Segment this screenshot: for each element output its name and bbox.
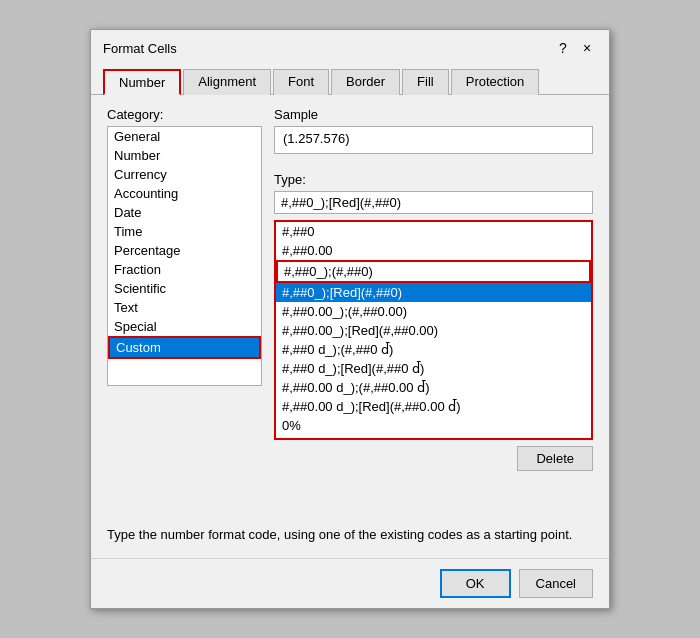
tab-bar: Number Alignment Font Border Fill Protec… <box>91 62 609 95</box>
category-item-percentage[interactable]: Percentage <box>108 241 261 260</box>
category-item-general[interactable]: General <box>108 127 261 146</box>
category-listbox[interactable]: General Number Currency Accounting Date … <box>107 126 262 386</box>
tab-border[interactable]: Border <box>331 69 400 95</box>
format-listbox[interactable]: #,##0 #,##0.00 #,##0_);(#,##0) #,##0_);[… <box>274 220 593 440</box>
description-text: Type the number format code, using one o… <box>107 527 593 542</box>
title-bar: Format Cells ? × <box>91 30 609 58</box>
sample-value: (1.257.576) <box>274 126 593 154</box>
format-item-3[interactable]: #,##0_);[Red](#,##0) <box>276 283 591 302</box>
format-item-1[interactable]: #,##0.00 <box>276 241 591 260</box>
format-item-10[interactable]: 0% <box>276 416 591 435</box>
tab-number[interactable]: Number <box>103 69 181 95</box>
category-item-fraction[interactable]: Fraction <box>108 260 261 279</box>
sample-section: Sample (1.257.576) <box>274 107 593 154</box>
category-item-number[interactable]: Number <box>108 146 261 165</box>
format-item-0[interactable]: #,##0 <box>276 222 591 241</box>
category-item-scientific[interactable]: Scientific <box>108 279 261 298</box>
tab-fill[interactable]: Fill <box>402 69 449 95</box>
category-section: Category: General Number Currency Accoun… <box>107 107 262 513</box>
close-button[interactable]: × <box>577 38 597 58</box>
format-item-2[interactable]: #,##0_);(#,##0) <box>276 260 591 283</box>
type-input[interactable] <box>274 191 593 214</box>
right-panel: Sample (1.257.576) Type: #,##0 #,##0.00 … <box>274 107 593 513</box>
category-item-currency[interactable]: Currency <box>108 165 261 184</box>
cancel-button[interactable]: Cancel <box>519 569 593 598</box>
category-item-time[interactable]: Time <box>108 222 261 241</box>
format-item-4[interactable]: #,##0.00_);(#,##0.00) <box>276 302 591 321</box>
category-item-custom[interactable]: Custom <box>108 336 261 359</box>
format-item-7[interactable]: #,##0 d_);[Red](#,##0 d̄) <box>276 359 591 378</box>
help-button[interactable]: ? <box>553 38 573 58</box>
format-item-8[interactable]: #,##0.00 d_);(#,##0.00 d̄) <box>276 378 591 397</box>
category-item-text[interactable]: Text <box>108 298 261 317</box>
sample-label: Sample <box>274 107 593 122</box>
title-controls: ? × <box>553 38 597 58</box>
format-list-wrapper: #,##0 #,##0.00 #,##0_);(#,##0) #,##0_);[… <box>274 220 593 440</box>
tab-font[interactable]: Font <box>273 69 329 95</box>
category-label: Category: <box>107 107 262 122</box>
category-item-accounting[interactable]: Accounting <box>108 184 261 203</box>
format-item-11[interactable]: 0.00% <box>276 435 591 440</box>
dialog-title: Format Cells <box>103 41 177 56</box>
format-cells-dialog: Format Cells ? × Number Alignment Font B… <box>90 29 610 609</box>
format-item-5[interactable]: #,##0.00_);[Red](#,##0.00) <box>276 321 591 340</box>
delete-button[interactable]: Delete <box>517 446 593 471</box>
main-row: Category: General Number Currency Accoun… <box>107 107 593 513</box>
tab-alignment[interactable]: Alignment <box>183 69 271 95</box>
type-label: Type: <box>274 172 593 187</box>
dialog-content: Category: General Number Currency Accoun… <box>91 95 609 554</box>
ok-button[interactable]: OK <box>440 569 511 598</box>
category-item-date[interactable]: Date <box>108 203 261 222</box>
format-item-6[interactable]: #,##0 d_);(#,##0 d̄) <box>276 340 591 359</box>
format-item-9[interactable]: #,##0.00 d_);[Red](#,##0.00 d̄) <box>276 397 591 416</box>
delete-row: Delete <box>274 446 593 471</box>
tab-protection[interactable]: Protection <box>451 69 540 95</box>
category-item-special[interactable]: Special <box>108 317 261 336</box>
bottom-buttons: OK Cancel <box>91 558 609 608</box>
